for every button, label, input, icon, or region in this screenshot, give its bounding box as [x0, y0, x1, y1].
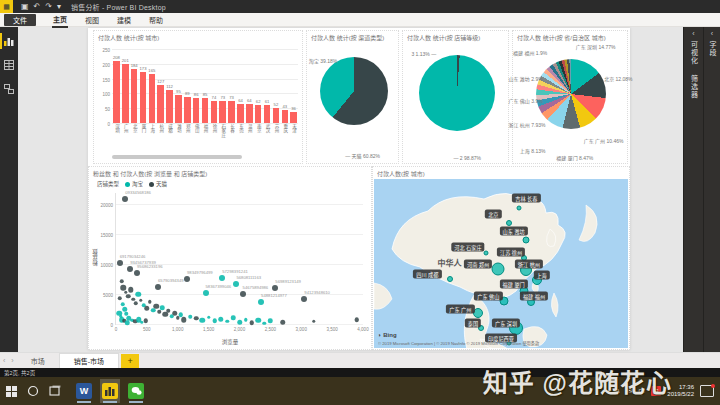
bar-column[interactable]: 112成都	[165, 46, 174, 146]
bar-column[interactable]: 36天津	[289, 46, 298, 146]
menu-tab-view[interactable]: 视图	[84, 13, 100, 27]
collapsed-panel-fields[interactable]: ‹ 字段	[703, 27, 720, 352]
scatter-point[interactable]	[250, 320, 255, 325]
expand-fields-icon[interactable]: ‹	[711, 30, 713, 37]
bar-column[interactable]: 64东莞	[236, 46, 245, 146]
bar-column[interactable]: 74徐州	[209, 46, 218, 146]
scatter-point[interactable]	[128, 287, 134, 293]
page-tab-market[interactable]: 市场	[17, 353, 59, 369]
save-icon[interactable]: ▣	[21, 2, 29, 11]
taskbar-wechat-icon[interactable]	[126, 379, 146, 403]
qat-dropdown-icon[interactable]: ▾	[57, 2, 61, 11]
map-bubble[interactable]	[516, 205, 521, 210]
bar-column[interactable]: 184北京	[130, 46, 139, 146]
map-city-label[interactable]: 四川 成都	[413, 269, 441, 278]
pie-level-chart[interactable]	[419, 55, 495, 131]
map-city-label[interactable]: 北京	[485, 210, 501, 219]
scatter-point[interactable]	[143, 319, 148, 324]
map-bubble[interactable]	[447, 276, 453, 282]
bar-column[interactable]: 86佛山	[192, 46, 201, 146]
bar-column[interactable]: 95潍坊	[174, 46, 183, 146]
scatter-point[interactable]	[126, 294, 131, 299]
map-bubble[interactable]	[483, 251, 488, 256]
scatter-point[interactable]	[172, 310, 178, 316]
bar-column[interactable]: 61武汉	[263, 46, 272, 146]
pie-province-chart[interactable]	[536, 59, 606, 129]
scatter-point[interactable]	[312, 320, 316, 324]
bar-column[interactable]: 173厦门	[139, 46, 148, 146]
scatter-legend-item-tmall[interactable]: 天猫	[149, 180, 167, 188]
scatter-point[interactable]: 58367399046	[203, 290, 209, 296]
bar-column[interactable]: 52苏州	[271, 46, 280, 146]
scatter-point[interactable]	[231, 316, 236, 321]
map-city-label[interactable]: 福建 厦门	[500, 279, 528, 288]
scatter-point[interactable]	[218, 316, 224, 322]
scatter-point[interactable]	[148, 300, 152, 304]
bing-map[interactable]: 中华人 吉林 长春北京山东 潍坊河北 石家庄江苏 徐州河南 郑州浙江 杭州上海福…	[374, 179, 628, 348]
map-city-label[interactable]: 河北 石家庄	[451, 242, 484, 251]
undo-icon[interactable]: ↶	[34, 2, 41, 11]
tab-next-icon[interactable]: ›	[11, 357, 13, 364]
scatter-point[interactable]	[139, 299, 143, 303]
search-button[interactable]	[22, 377, 44, 405]
collapsed-panel-visualizations-filters[interactable]: ‹ 可视化 筛选器	[683, 27, 703, 352]
page-tab-sales-market[interactable]: 销售-市场	[59, 353, 119, 369]
scatter-point[interactable]	[244, 318, 248, 322]
map-city-label[interactable]: 浙江 杭州	[515, 259, 543, 268]
scatter-point[interactable]: 65790394349	[155, 284, 161, 290]
bar-column[interactable]: 64温州	[245, 46, 254, 146]
bar-column[interactable]: 62南京	[254, 46, 263, 146]
taskbar-word-icon[interactable]: W	[74, 379, 94, 403]
bar-column[interactable]: 127杭州	[156, 46, 165, 146]
scatter-point[interactable]	[200, 317, 206, 323]
scatter-point[interactable]: 54675894986	[240, 291, 246, 297]
report-view-button[interactable]	[0, 31, 18, 51]
bar-column[interactable]: 73石家庄	[218, 46, 227, 146]
map-bubble[interactable]	[492, 262, 505, 275]
scatter-point[interactable]	[134, 301, 139, 306]
scatter-point[interactable]: 56808111163	[233, 281, 239, 287]
visual-pie-level[interactable]: 付款人数 统计(按 店铺等级) 3 1.13% —— 2 98.87%	[402, 30, 509, 164]
bar-chart-scrollbar[interactable]	[112, 155, 242, 159]
visual-map[interactable]: 付款人数(按 城市) 中华人	[372, 166, 630, 350]
scatter-point[interactable]: 69179034246	[117, 260, 123, 266]
scatter-point[interactable]	[160, 305, 165, 310]
scatter-point[interactable]: 98349796499	[184, 276, 190, 282]
task-view-button[interactable]	[44, 377, 66, 405]
menu-tab-help[interactable]: 帮助	[148, 13, 164, 27]
scatter-point[interactable]: 56989123149	[272, 285, 278, 291]
map-bubble[interactable]	[473, 308, 483, 318]
visual-pie-channel[interactable]: 付款人数 统计(按 渠道类型) 淘宝 39.18%— 天猫 60.82%	[306, 30, 399, 164]
scatter-point[interactable]	[225, 320, 229, 324]
map-city-label[interactable]: 广东 深圳	[492, 318, 520, 327]
scatter-point[interactable]: 95686233196	[134, 270, 140, 276]
visual-pie-province-city[interactable]: 付款人数 统计(按 省/自治区 城市) 广东 深圳 14.77%北京 12.08…	[512, 30, 628, 164]
map-bubble[interactable]	[523, 236, 530, 243]
menu-file-button[interactable]: 文件	[4, 14, 36, 26]
scatter-point[interactable]	[207, 315, 211, 319]
map-city-label[interactable]: 福建 福州	[520, 291, 548, 300]
scatter-point[interactable]	[262, 321, 266, 325]
visual-bar-chart[interactable]: 付款人数 统计(按 城市) 050100150200250 208深圳201广州…	[93, 30, 303, 164]
model-view-button[interactable]	[0, 79, 18, 99]
taskbar-power-bi-icon[interactable]	[100, 379, 120, 403]
bar-column[interactable]: 43重庆	[280, 46, 289, 146]
pie-channel-chart[interactable]	[320, 57, 388, 125]
scatter-point[interactable]	[194, 316, 199, 321]
scatter-point[interactable]: 54881214977	[258, 299, 264, 305]
scatter-point[interactable]	[144, 305, 150, 311]
bar-column[interactable]: 201广州	[121, 46, 130, 146]
scatter-point[interactable]	[167, 309, 171, 313]
map-city-label[interactable]: 山东 潍坊	[500, 227, 528, 236]
scatter-point[interactable]	[117, 296, 122, 301]
map-city-label[interactable]: 广东 佛山	[474, 291, 502, 300]
bar-column[interactable]: 208深圳	[112, 46, 121, 146]
scatter-point[interactable]	[255, 317, 261, 323]
scatter-point[interactable]	[355, 317, 360, 322]
menu-tab-modeling[interactable]: 建模	[116, 13, 132, 27]
data-view-button[interactable]	[0, 55, 18, 75]
scatter-point[interactable]: 94123948610	[301, 296, 307, 302]
scatter-point[interactable]: 93456737939	[127, 266, 133, 272]
bar-column[interactable]: 85福州	[201, 46, 210, 146]
menu-tab-home[interactable]: 主页	[52, 12, 68, 28]
